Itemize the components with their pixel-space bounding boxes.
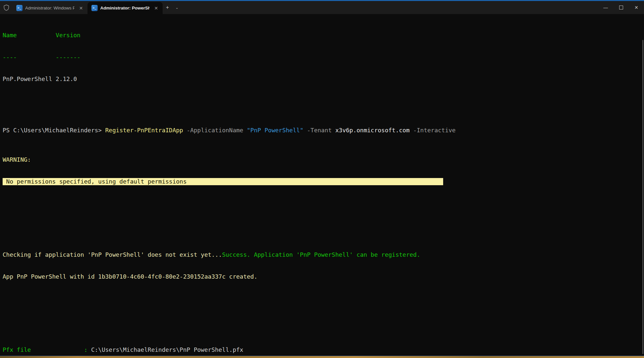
success-text: Success. Application 'PnP PowerShell' ca… xyxy=(222,251,420,258)
property-value: C:\Users\MichaelReinders\PnP PowerShell.… xyxy=(91,346,243,353)
tab-close-icon[interactable]: ✕ xyxy=(77,5,85,11)
checking-text: Checking if application 'PnP PowerShell'… xyxy=(3,251,222,258)
tab-windows-powershell[interactable]: >_ Administrator: Windows Powe ✕ xyxy=(12,2,88,14)
titlebar-drag-area[interactable] xyxy=(182,1,598,14)
tab-powershell-active[interactable]: >_ Administrator: PowerShell ✕ xyxy=(88,2,163,14)
title-bar: >_ Administrator: Windows Powe ✕ >_ Admi… xyxy=(0,1,644,14)
terminal-viewport[interactable]: Name Version ---- ------- PnP.PowerShell… xyxy=(0,14,644,358)
property-label: Pfx file xyxy=(3,346,84,353)
powershell-icon: >_ xyxy=(16,5,23,11)
blank-line xyxy=(3,200,641,207)
created-line: App PnP PowerShell with id 1b3b0710-4c60… xyxy=(3,273,641,280)
minimize-button[interactable]: — xyxy=(598,1,613,14)
scrollbar[interactable] xyxy=(642,40,643,354)
warning-label: WARNING: xyxy=(3,156,641,163)
desktop-strip xyxy=(0,356,644,358)
tab-dropdown-button[interactable]: ⌄ xyxy=(172,4,182,11)
parameter-interactive: -Interactive xyxy=(410,127,456,134)
warning-line: No permissions specified, using default … xyxy=(3,178,641,185)
blank-line xyxy=(3,222,641,229)
warning-message: No permissions specified, using default … xyxy=(3,178,443,185)
tenant-value: x3v6p.onmicrosoft.com xyxy=(335,127,410,134)
status-line: Checking if application 'PnP PowerShell'… xyxy=(3,251,641,258)
parameter-applicationname: -ApplicationName xyxy=(183,127,247,134)
maximize-button[interactable] xyxy=(613,1,629,14)
string-argument: "PnP PowerShell" xyxy=(247,127,303,134)
blank-line xyxy=(3,317,641,324)
new-tab-button[interactable]: + xyxy=(163,3,172,12)
module-table-row: PnP.PowerShell 2.12.0 xyxy=(3,75,641,83)
command-line: PS C:\Users\MichaelReinders> Register-Pn… xyxy=(3,127,641,134)
powershell-icon: >_ xyxy=(91,5,98,11)
parameter-tenant: -Tenant xyxy=(303,127,335,134)
module-table-underline: ---- ------- xyxy=(3,54,641,61)
tab-close-icon[interactable]: ✕ xyxy=(152,5,160,11)
property-row: Pfx file: C:\Users\MichaelReinders\PnP P… xyxy=(3,346,641,353)
ps-prompt: PS C:\Users\MichaelReinders> xyxy=(3,127,105,134)
tab-title: Administrator: Windows Powe xyxy=(25,6,74,10)
cmdlet-name: Register-PnPEntraIDApp xyxy=(105,127,183,134)
colon-separator: : xyxy=(84,346,91,353)
blank-line xyxy=(3,295,641,302)
module-table-headers: Name Version xyxy=(3,32,641,39)
tab-strip: >_ Administrator: Windows Powe ✕ >_ Admi… xyxy=(12,1,163,14)
close-button[interactable]: ✕ xyxy=(629,1,644,14)
blank-line xyxy=(3,97,641,105)
admin-shield-icon xyxy=(0,1,12,14)
maximize-icon xyxy=(619,6,623,9)
tab-title: Administrator: PowerShell xyxy=(100,6,150,10)
